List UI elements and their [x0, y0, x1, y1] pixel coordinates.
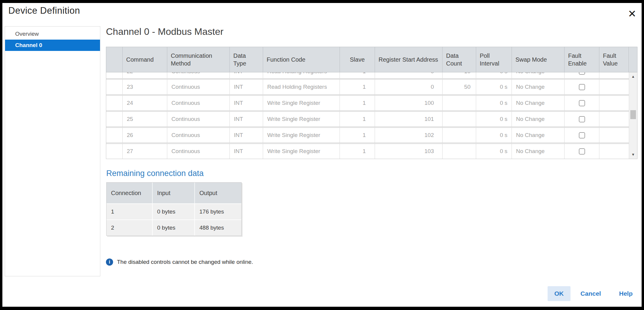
scroll-up-icon: ▲: [632, 74, 635, 79]
data-count-cell: [443, 112, 476, 127]
data-count-cell: 10: [443, 72, 476, 78]
page-title: Channel 0 - Modbus Master: [106, 26, 223, 37]
col-header-scrollbar-gutter: [629, 47, 638, 72]
table-row[interactable]: 25 Continuous INT Write Single Register …: [106, 111, 629, 127]
fault-value-cell: [599, 144, 629, 159]
sidebar-item[interactable]: Overview: [5, 28, 100, 40]
fault-enable-checkbox[interactable]: [579, 100, 585, 106]
slave-cell: 1: [340, 80, 375, 94]
fault-enable-checkbox[interactable]: [579, 116, 585, 122]
col-header-communication-method: Communication Method: [167, 47, 230, 72]
table-row[interactable]: 22 Continuous INT Read Holding Registers…: [106, 72, 629, 79]
connection-table-header: Connection Input Output: [107, 183, 241, 203]
fault-value-cell: [599, 96, 629, 110]
slave-cell: 1: [340, 128, 375, 143]
fault-value-cell: [599, 128, 629, 143]
row-selector-cell: [106, 80, 123, 94]
function-code-cell: Write Single Register: [263, 144, 340, 159]
data-type-cell: INT: [230, 80, 263, 94]
col-header-rowselector: [106, 47, 123, 72]
data-type-cell: INT: [230, 112, 263, 127]
scroll-down-icon: ▼: [632, 152, 635, 157]
col-header-register-start-address: Register Start Address: [375, 47, 443, 72]
device-definition-dialog: Device Definition ✕ Overview Channel 0 C…: [0, 0, 644, 310]
col-header-swap-mode: Swap Mode: [512, 47, 565, 72]
sidebar-item-label: Channel 0: [15, 42, 42, 49]
poll-interval-cell: 0 s: [476, 112, 512, 127]
info-icon: i: [106, 258, 113, 266]
connection-row: 1 0 bytes 176 bytes: [107, 204, 241, 219]
communication-method-cell: Continuous: [167, 128, 230, 143]
communication-method-cell: Continuous: [167, 96, 230, 110]
fault-value-cell: [599, 72, 629, 78]
command-table-body: 22 Continuous INT Read Holding Registers…: [106, 72, 637, 159]
col-header-fault-enable: Fault Enable: [565, 47, 599, 72]
slave-cell: 1: [340, 72, 375, 78]
function-code-cell: Write Single Register: [263, 128, 340, 143]
input-cell: 0 bytes: [153, 204, 195, 219]
register-start-address-cell: 0: [375, 80, 443, 94]
col-header-command: Command: [123, 47, 167, 72]
table-row[interactable]: 26 Continuous INT Write Single Register …: [106, 127, 629, 143]
data-count-cell: 50: [443, 80, 476, 94]
connection-cell: 2: [107, 220, 153, 236]
function-code-cell: Write Single Register: [263, 96, 340, 110]
function-code-cell: Read Holding Registers: [263, 80, 340, 94]
fault-enable-checkbox[interactable]: [579, 84, 585, 90]
ok-button[interactable]: OK: [548, 286, 570, 301]
remaining-connection-heading: Remaining connection data: [106, 169, 204, 178]
scroll-up-button[interactable]: ▲: [629, 73, 637, 80]
help-button[interactable]: Help: [612, 286, 639, 301]
sidebar: Overview Channel 0: [5, 26, 100, 276]
communication-method-cell: Continuous: [167, 80, 230, 94]
col-header-data-count: Data Count: [443, 47, 476, 72]
data-count-cell: [443, 128, 476, 143]
register-start-address-cell: 103: [375, 144, 443, 159]
register-start-address-cell: 102: [375, 128, 443, 143]
command-table-header: Command Communication Method Data Type F…: [106, 47, 637, 72]
command-cell: 27: [123, 144, 167, 159]
data-count-cell: [443, 144, 476, 159]
fault-enable-checkbox[interactable]: [579, 132, 585, 138]
scrollbar-thumb[interactable]: [630, 110, 636, 119]
communication-method-cell: Continuous: [167, 72, 230, 78]
data-type-cell: INT: [230, 128, 263, 143]
command-table-rows: 22 Continuous INT Read Holding Registers…: [106, 72, 629, 159]
row-selector-cell: [106, 144, 123, 159]
dialog-title: Device Definition: [8, 5, 80, 16]
fault-enable-cell: [565, 112, 599, 127]
col-header-data-type: Data Type: [230, 47, 263, 72]
fault-enable-checkbox[interactable]: [579, 148, 585, 155]
command-cell: 25: [123, 112, 167, 127]
fault-enable-checkbox[interactable]: [579, 72, 585, 75]
row-selector-cell: [106, 96, 123, 110]
register-start-address-cell: 101: [375, 112, 443, 127]
cancel-button[interactable]: Cancel: [577, 286, 604, 301]
table-row[interactable]: 24 Continuous INT Write Single Register …: [106, 95, 629, 111]
col-header-input: Input: [153, 183, 195, 203]
close-button[interactable]: ✕: [625, 7, 639, 21]
row-selector-cell: [106, 128, 123, 143]
function-code-cell: Write Single Register: [263, 112, 340, 127]
scroll-down-button[interactable]: ▼: [629, 151, 637, 158]
table-row[interactable]: 27 Continuous INT Write Single Register …: [106, 144, 629, 159]
register-start-address-cell: 100: [375, 96, 443, 110]
slave-cell: 1: [340, 112, 375, 127]
vertical-scrollbar[interactable]: ▲ ▼: [629, 72, 637, 159]
command-cell: 26: [123, 128, 167, 143]
table-row[interactable]: 23 Continuous INT Read Holding Registers…: [106, 79, 629, 95]
slave-cell: 1: [340, 144, 375, 159]
col-header-connection: Connection: [107, 183, 153, 203]
fault-value-cell: [599, 112, 629, 127]
sidebar-item[interactable]: Channel 0: [5, 40, 100, 51]
remaining-connection-table: Connection Input Output 1 0 bytes 176 by…: [106, 182, 242, 236]
data-type-cell: INT: [230, 72, 263, 78]
sidebar-list: Overview Channel 0: [5, 28, 100, 51]
col-header-function-code: Function Code: [263, 47, 340, 72]
connection-table-rows: 1 0 bytes 176 bytes 2 0 bytes 488 bytes: [107, 204, 241, 236]
note-text: The disabled controls cannot be changed …: [117, 259, 253, 265]
poll-interval-cell: 0 s: [476, 128, 512, 143]
command-table: Command Communication Method Data Type F…: [106, 47, 637, 159]
command-cell: 24: [123, 96, 167, 110]
fault-enable-cell: [565, 80, 599, 94]
